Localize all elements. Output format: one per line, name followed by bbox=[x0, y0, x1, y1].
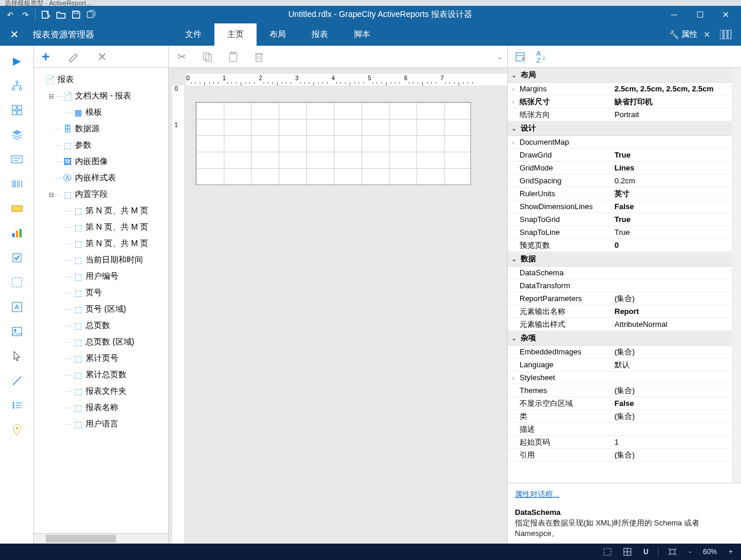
tree-node[interactable]: ┈┈⬚第 N 页、共 M 页 bbox=[34, 219, 168, 235]
layers-tool[interactable] bbox=[5, 124, 29, 145]
prop-row[interactable]: DataTransform bbox=[508, 279, 732, 292]
grid-tool[interactable] bbox=[5, 100, 29, 121]
prop-row[interactable]: GridModeLines bbox=[508, 162, 732, 175]
map-tool[interactable] bbox=[5, 419, 29, 441]
undo-button[interactable]: ↶ bbox=[2, 7, 18, 22]
tree-node[interactable]: ┈┈⬚第 N 页、共 M 页 bbox=[34, 235, 168, 252]
prop-row[interactable]: DrawGridTrue bbox=[508, 149, 732, 162]
categorized-button[interactable] bbox=[513, 49, 528, 64]
prop-row[interactable]: 元素输出名称Report bbox=[508, 305, 732, 318]
add-item-button[interactable]: + bbox=[37, 49, 54, 65]
tree-node[interactable]: ┈┈⬚页号 (区域) bbox=[34, 301, 168, 317]
tree-node[interactable]: ┈┈⬚用户编号 bbox=[34, 268, 168, 285]
select-mode-button[interactable] bbox=[601, 548, 614, 556]
fit-button[interactable] bbox=[665, 548, 679, 556]
tree-node[interactable]: ┈┈⬚总页数 bbox=[34, 317, 168, 334]
prop-row[interactable]: EmbeddedImages(集合) bbox=[508, 346, 732, 358]
zoom-in-button[interactable]: + bbox=[726, 548, 735, 556]
prop-row[interactable]: 不显示空白区域False bbox=[508, 397, 732, 410]
tree-node[interactable]: ┈┈⬚报表文件夹 bbox=[34, 383, 168, 399]
ribbon-tab-2[interactable]: 布局 bbox=[257, 23, 299, 46]
prop-category[interactable]: ⌄杂项 bbox=[508, 331, 732, 346]
prop-row[interactable]: ›DocumentMap bbox=[508, 136, 732, 149]
tree-node[interactable]: ⊟┈┈⬚内置字段 bbox=[34, 186, 168, 203]
prop-row[interactable]: RulerUnits英寸 bbox=[508, 187, 732, 200]
open-button[interactable] bbox=[53, 7, 69, 22]
tree-node[interactable]: ┈┈⬚页号 bbox=[34, 285, 168, 301]
prop-row[interactable]: ShowDimensionLinesFalse bbox=[508, 200, 732, 213]
grid-mode-button[interactable] bbox=[621, 548, 634, 556]
prop-row[interactable]: DataSchema bbox=[508, 267, 732, 279]
tree-node[interactable]: ┈┈⬚第 N 页、共 M 页 bbox=[34, 203, 168, 219]
prop-row[interactable]: ›Margins2.5cm, 2.5cm, 2.5cm, 2.5cm bbox=[508, 83, 732, 95]
hierarchy-tool[interactable] bbox=[5, 75, 29, 96]
prop-row[interactable]: 描述 bbox=[508, 423, 732, 436]
prop-row[interactable]: Themes(集合) bbox=[508, 384, 732, 397]
ribbon-tab-4[interactable]: 脚本 bbox=[341, 23, 383, 46]
prop-row[interactable]: Language默认 bbox=[508, 358, 732, 371]
tree-node[interactable]: ┈┈⬚当前日期和时间 bbox=[34, 252, 168, 268]
prop-row[interactable]: ReportParameters(集合) bbox=[508, 292, 732, 305]
save-button[interactable] bbox=[69, 7, 84, 22]
property-grid[interactable]: ⌄布局›Margins2.5cm, 2.5cm, 2.5cm, 2.5cm›纸张… bbox=[508, 68, 732, 483]
run-tool[interactable]: ▶ bbox=[5, 50, 29, 71]
explorer-h-scrollbar[interactable] bbox=[34, 533, 168, 544]
save-all-button[interactable] bbox=[84, 7, 99, 22]
layout-switcher-button[interactable] bbox=[715, 30, 736, 39]
close-explorer-button[interactable]: ✕ bbox=[0, 23, 28, 46]
property-dialog-link[interactable]: 属性对话框... bbox=[515, 490, 559, 498]
prop-category[interactable]: ⌄设计 bbox=[508, 121, 732, 136]
copy-button[interactable] bbox=[199, 49, 216, 65]
zoom-level[interactable]: 60% bbox=[701, 548, 719, 556]
report-page[interactable] bbox=[196, 102, 471, 185]
prop-category[interactable]: ⌄布局 bbox=[508, 68, 732, 83]
tree-node[interactable]: ┈┈▦模板 bbox=[34, 104, 168, 121]
prop-row[interactable]: 起始页码1 bbox=[508, 436, 732, 449]
prop-row[interactable]: 引用(集合) bbox=[508, 449, 732, 462]
chart-tool[interactable] bbox=[5, 223, 29, 244]
pointer-tool[interactable] bbox=[5, 346, 29, 367]
line-tool[interactable] bbox=[5, 370, 29, 391]
cut-button[interactable]: ✂ bbox=[173, 49, 190, 65]
delete-item-button[interactable]: ✕ bbox=[94, 49, 110, 65]
container-tool[interactable] bbox=[5, 272, 29, 293]
richtext-tool[interactable]: A bbox=[5, 296, 29, 317]
tree-node[interactable]: ┈┈🖼内嵌图像 bbox=[34, 153, 168, 170]
prop-row[interactable]: 纸张方向Portrait bbox=[508, 108, 732, 121]
close-window-button[interactable]: ✕ bbox=[713, 6, 739, 23]
prop-row[interactable]: GridSpacing0.2cm bbox=[508, 175, 732, 187]
redo-button[interactable]: ↷ bbox=[18, 7, 33, 22]
prop-row[interactable]: 元素输出样式AttributeNormal bbox=[508, 318, 732, 331]
design-surface[interactable]: 01234567 01 bbox=[169, 68, 507, 544]
edit-item-button[interactable] bbox=[66, 49, 82, 65]
tree-node[interactable]: ┈┈⬚报表名称 bbox=[34, 399, 168, 416]
ribbon-tab-1[interactable]: 主页 bbox=[214, 23, 257, 46]
list-tool[interactable] bbox=[5, 395, 29, 416]
snap-button[interactable]: U bbox=[641, 548, 651, 556]
ribbon-tab-0[interactable]: 文件 bbox=[172, 23, 214, 46]
text-tool[interactable] bbox=[5, 149, 29, 170]
prop-row[interactable]: 类(集合) bbox=[508, 410, 732, 423]
maximize-button[interactable]: ☐ bbox=[687, 6, 713, 23]
prop-category[interactable]: ⌄数据 bbox=[508, 252, 732, 267]
close-props-icon[interactable]: ✕ bbox=[704, 30, 711, 39]
alphabetical-button[interactable]: AZ↓ bbox=[534, 49, 549, 64]
checkbox-tool[interactable] bbox=[5, 247, 29, 268]
props-v-scrollbar[interactable] bbox=[732, 68, 741, 483]
tree-node[interactable]: ┈┈Ⓐ内嵌样式表 bbox=[34, 170, 168, 186]
tree-node[interactable]: ┈┈⬚参数 bbox=[34, 137, 168, 153]
zoom-out-button[interactable]: - bbox=[687, 548, 694, 556]
barcode-tool[interactable] bbox=[5, 173, 29, 194]
tree-node[interactable]: ┈┈🗄数据源 bbox=[34, 121, 168, 137]
chevron-down-icon[interactable]: ⌄ bbox=[497, 53, 503, 61]
prop-row[interactable]: SnapToGridTrue bbox=[508, 213, 732, 226]
properties-tab[interactable]: 🔧 属性 ✕ bbox=[664, 29, 715, 40]
tree-node[interactable]: ┈┈⬚用户语言 bbox=[34, 416, 168, 432]
trash-button[interactable] bbox=[251, 49, 267, 65]
ribbon-tab-3[interactable]: 报表 bbox=[299, 23, 341, 46]
tree-node[interactable]: ┈┈⬚累计页号 bbox=[34, 350, 168, 367]
image-tool[interactable] bbox=[5, 321, 29, 342]
paste-button[interactable] bbox=[225, 49, 241, 65]
tree-node[interactable]: ┈┈⬚总页数 (区域) bbox=[34, 334, 168, 350]
prop-row[interactable]: ›Stylesheet bbox=[508, 371, 732, 384]
